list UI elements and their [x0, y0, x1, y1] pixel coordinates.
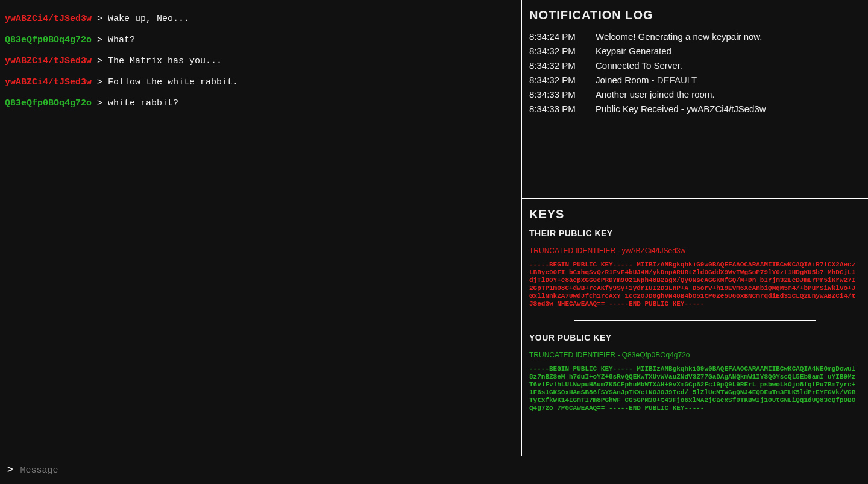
input-prompt-icon: >	[7, 465, 13, 476]
chat-message-text: What?	[108, 35, 135, 45]
notification-row: 8:34:32 PMKeypair Generated	[529, 44, 861, 58]
notification-message: Another user joined the room.	[596, 87, 861, 102]
their-key-label: THEIR PUBLIC KEY	[529, 228, 861, 238]
chat-message-text: Wake up, Neo...	[108, 14, 189, 24]
their-key-body: -----BEGIN PUBLIC KEY----- MIIBIzANBgkqh…	[529, 261, 858, 308]
chat-username: Q83eQfp0BOq4g72o	[5, 98, 92, 108]
notification-time: 8:34:24 PM	[529, 30, 596, 44]
your-key-label: YOUR PUBLIC KEY	[529, 333, 861, 342]
chat-line: Q83eQfp0BOq4g72o > What?	[5, 33, 517, 48]
notification-message: Connected To Server.	[596, 58, 861, 73]
key-divider	[574, 320, 816, 321]
your-key-section: YOUR PUBLIC KEY TRUNCATED IDENTIFIER - Q…	[529, 333, 861, 412]
your-key-body: -----BEGIN PUBLIC KEY----- MIIBIzANBgkqh…	[529, 365, 858, 412]
notification-time: 8:34:32 PM	[529, 44, 596, 58]
your-key-id: TRUNCATED IDENTIFIER - Q83eQfp0BOq4g72o	[529, 351, 861, 359]
notification-log-panel: NOTIFICATION LOG 8:34:24 PMWelcome! Gene…	[522, 0, 868, 199]
notification-message: Welcome! Generating a new keypair now.	[596, 30, 861, 44]
chat-separator: >	[92, 56, 108, 66]
notification-message: Keypair Generated	[596, 44, 861, 58]
chat-username: ywABZCi4/tJSed3w	[5, 14, 92, 24]
notification-message: Public Key Received - ywABZCi4/tJSed3w	[596, 102, 861, 116]
chat-line: ywABZCi4/tJSed3w > The Matrix has you...	[5, 54, 517, 69]
notification-time: 8:34:33 PM	[529, 87, 596, 102]
chat-separator: >	[92, 35, 108, 45]
chat-log: ywABZCi4/tJSed3w > Wake up, Neo...Q83eQf…	[0, 0, 521, 456]
notification-row: 8:34:33 PMAnother user joined the room.	[529, 87, 861, 102]
notification-log-title: NOTIFICATION LOG	[529, 8, 861, 22]
notification-time: 8:34:32 PM	[529, 73, 596, 87]
notification-row: 8:34:24 PMWelcome! Generating a new keyp…	[529, 30, 861, 44]
chat-line: ywABZCi4/tJSed3w > Wake up, Neo...	[5, 12, 517, 27]
their-key-section: THEIR PUBLIC KEY TRUNCATED IDENTIFIER - …	[529, 228, 861, 308]
notification-message: Joined Room - DEFAULT	[596, 73, 861, 87]
chat-message-text: Follow the white rabbit.	[108, 77, 238, 87]
notification-time: 8:34:33 PM	[529, 102, 596, 116]
chat-separator: >	[92, 77, 108, 87]
chat-separator: >	[92, 98, 108, 108]
chat-separator: >	[92, 14, 108, 24]
chat-username: Q83eQfp0BOq4g72o	[5, 35, 92, 45]
chat-line: Q83eQfp0BOq4g72o > white rabbit?	[5, 96, 517, 111]
chat-username: ywABZCi4/tJSed3w	[5, 56, 92, 66]
keys-panel: KEYS THEIR PUBLIC KEY TRUNCATED IDENTIFI…	[522, 199, 868, 456]
notification-row: 8:34:33 PMPublic Key Received - ywABZCi4…	[529, 102, 861, 116]
notification-row: 8:34:32 PMJoined Room - DEFAULT	[529, 73, 861, 87]
chat-message-text: The Matrix has you...	[108, 56, 222, 66]
keys-title: KEYS	[529, 207, 861, 221]
chat-line: ywABZCi4/tJSed3w > Follow the white rabb…	[5, 75, 517, 90]
chat-message-text: white rabbit?	[108, 98, 178, 108]
chat-username: ywABZCi4/tJSed3w	[5, 77, 92, 87]
notification-log-list: 8:34:24 PMWelcome! Generating a new keyp…	[529, 30, 861, 116]
notification-time: 8:34:32 PM	[529, 58, 596, 73]
notification-row: 8:34:32 PMConnected To Server.	[529, 58, 861, 73]
notification-suffix: DEFAULT	[657, 75, 697, 85]
their-key-id: TRUNCATED IDENTIFIER - ywABZCi4/tJSed3w	[529, 247, 861, 255]
message-input-bar: >	[0, 456, 868, 484]
message-input[interactable]	[20, 465, 863, 476]
